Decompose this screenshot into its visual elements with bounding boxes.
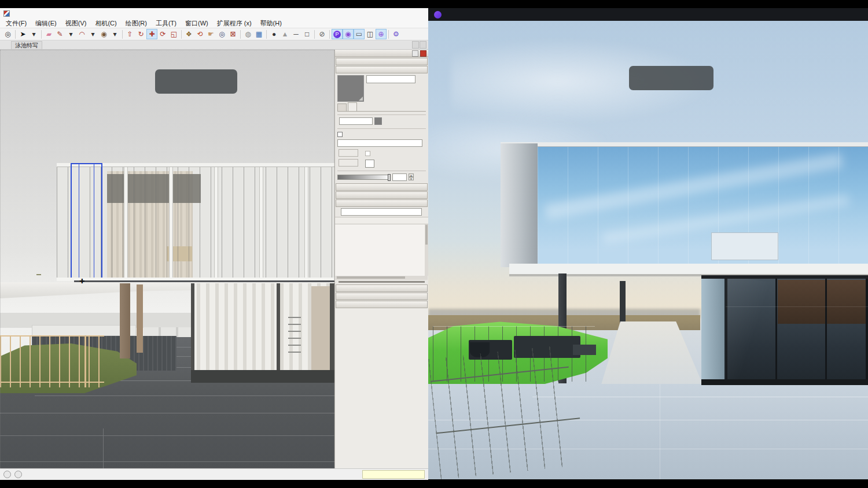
opacity-thumb[interactable] [388,174,391,181]
eraser-icon[interactable]: ▰ [43,29,54,39]
section-materials[interactable] [336,66,428,73]
orbit-icon[interactable]: ⟲ [194,29,205,39]
style-cone-icon[interactable]: ▲ [279,29,290,39]
or-orbit-sync-icon[interactable]: ◉ [343,29,354,39]
section-tags[interactable] [336,199,428,207]
zoom-extents-icon[interactable]: ⊠ [227,29,238,39]
texture-width-field[interactable] [339,149,358,157]
glass-room-post-right [330,283,334,383]
menu-item[interactable]: 相机(C) [95,19,116,28]
or-camera-icon[interactable]: ◫ [365,29,376,39]
tag-search-input[interactable] [341,208,422,216]
line-dropdown-icon[interactable]: ▾ [65,29,76,39]
menu-item[interactable]: 视图(V) [65,19,87,28]
render-titlebar [428,8,868,21]
pavilion-interior-wood [778,280,868,324]
tab-select[interactable] [337,103,347,111]
menu-item[interactable]: 窗口(W) [185,19,208,28]
follow-me-icon[interactable]: ↻ [135,29,146,39]
scene-tab[interactable]: 泳池特写 [11,41,42,49]
fence-gate-post [84,335,86,387]
hide-rest-icon[interactable]: ⊘ [317,29,328,39]
opacity-slider[interactable] [337,175,391,180]
plaza-joint-vertical [103,428,104,468]
section-components[interactable] [336,183,428,191]
select-dropdown-icon[interactable]: ▾ [28,29,39,39]
section-styles[interactable] [336,191,428,199]
geolocation-icon[interactable] [3,471,11,478]
panel-empty-area [335,308,428,468]
or-viewport-icon[interactable]: ▭ [354,29,365,39]
arc-dropdown-icon[interactable]: ▾ [87,29,98,39]
arc-icon[interactable]: ◠ [76,29,87,39]
texture-height-field[interactable] [339,159,358,167]
selection-outline[interactable] [71,163,102,280]
section-scenes[interactable] [336,293,428,300]
status-bar [0,468,428,480]
picker-swatch [374,117,382,125]
materials-panel: ▴▾ [335,73,428,183]
push-pull-icon[interactable]: ⇧ [124,29,135,39]
section-instructor[interactable] [336,301,428,308]
plaza-joint-7 [0,435,334,436]
or-sync-icon[interactable]: P [332,29,343,39]
line-icon[interactable]: ✎ [54,29,65,39]
panel-resize-handle[interactable] [339,281,425,283]
toolbar: ◎➤▾▰✎▾◠▾◉▾⇧↻✚⟳◱❖⟲☛◎⊠◍▦●▲─□⊘P◉▭◫⊕⚙ [0,28,428,40]
opacity-spinner[interactable]: ▴▾ [409,173,414,180]
color-heading [337,114,426,115]
style-rect-icon[interactable]: □ [301,29,312,39]
section-plane-icon[interactable]: ◍ [242,29,253,39]
menu-item[interactable]: 文件(F) [6,19,27,28]
zoom-window-icon[interactable]: ◎ [2,29,13,39]
selection-inner-edge-2 [94,164,94,279]
sketchup-titlebar [0,8,428,19]
tag-list-hscrollbar[interactable] [336,276,428,280]
use-texture-checkbox[interactable] [337,132,343,137]
help-icon[interactable] [14,471,22,478]
menu-item[interactable]: 编辑(E) [35,19,57,28]
menu-item[interactable]: 工具(T) [156,19,176,28]
menu-item[interactable]: 绘图(R) [126,19,147,28]
tab-scroll-left-icon[interactable] [412,41,419,49]
style-line-icon[interactable]: ─ [290,29,301,39]
section-cuts-icon[interactable]: ▦ [253,29,264,39]
material-name-input[interactable] [366,75,415,83]
model-glass-room [191,283,334,383]
measurement-input[interactable] [362,470,425,479]
material-preview[interactable] [337,75,364,102]
sketchup-viewport[interactable]: ✚ [0,50,334,468]
or-settings-icon[interactable]: ⚙ [391,29,402,39]
toolbar-separator [266,30,267,39]
texture-file-input[interactable] [337,139,422,147]
render-soffit [509,264,868,274]
shape-dropdown-icon[interactable]: ▾ [109,29,120,39]
model-pier-2 [169,167,173,280]
paint-bucket-icon[interactable]: ❖ [183,29,194,39]
shape-icon[interactable]: ◉ [98,29,109,39]
menu-item[interactable]: 帮助(H) [260,19,282,28]
style-point-icon[interactable]: ● [269,29,279,39]
move-icon[interactable]: ✚ [146,29,157,39]
tab-scroll [412,41,426,49]
colorize-checkbox[interactable] [365,151,370,156]
toolbar-separator [388,30,389,39]
tab-edit[interactable] [348,102,357,111]
or-material-sync-icon[interactable]: ⊕ [376,29,387,39]
picker-dropdown[interactable] [339,117,373,125]
rotate-icon[interactable]: ⟳ [157,29,168,39]
tab-scroll-right-icon[interactable] [420,41,426,49]
section-shadows[interactable] [336,284,428,292]
render-viewport[interactable] [428,21,868,479]
section-entity-info[interactable] [336,58,428,65]
pan-icon[interactable]: ☛ [205,29,216,39]
model-column-1 [120,283,130,358]
render-app-icon [434,11,442,19]
scale-icon[interactable]: ◱ [168,29,179,39]
opacity-value[interactable] [392,173,407,181]
tray-help-icon[interactable] [412,50,418,57]
select-icon[interactable]: ➤ [17,29,28,39]
tray-close-icon[interactable] [420,50,426,57]
zoom-icon[interactable]: ◎ [216,29,227,39]
menu-item[interactable]: 扩展程序 (x) [217,19,252,28]
